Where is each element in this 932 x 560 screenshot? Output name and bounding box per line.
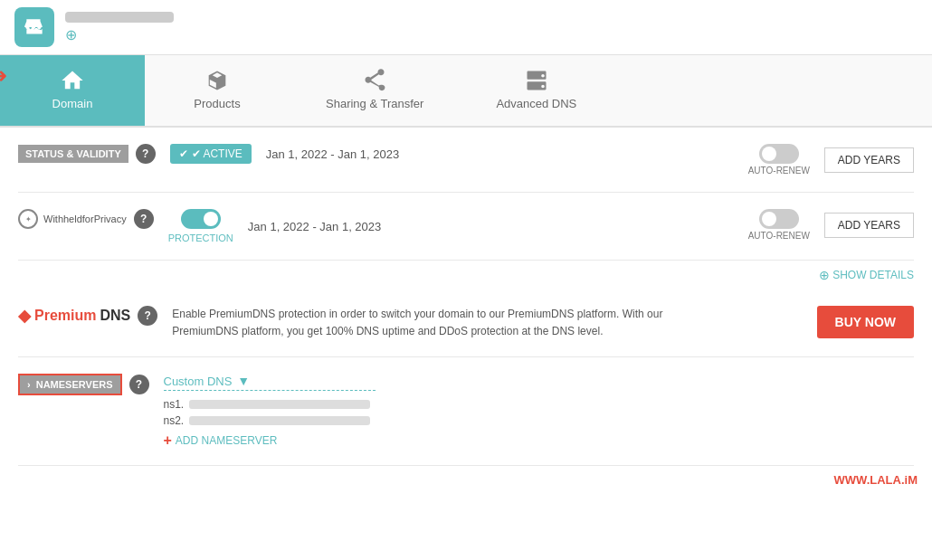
privacy-middle: PROTECTION Jan 1, 2022 - Jan 1, 2023 bbox=[168, 209, 734, 243]
share-icon bbox=[362, 68, 387, 93]
premium-help-btn[interactable]: ? bbox=[138, 306, 157, 326]
tab-products-label: Products bbox=[194, 97, 240, 110]
add-years-button[interactable]: ADD YEARS bbox=[824, 147, 914, 173]
tab-advanced-dns[interactable]: Advanced DNS bbox=[460, 55, 613, 126]
add-nameserver-btn[interactable]: + ADD NAMESERVER bbox=[164, 432, 376, 449]
tabs-container: ➜ Domain Products Sharing & Transfer Adv… bbox=[0, 55, 932, 128]
auto-renew-toggle-area: AUTO-RENEW bbox=[748, 144, 810, 176]
privacy-end: AUTO-RENEW ADD YEARS bbox=[748, 209, 914, 241]
ns1-label: ns1. bbox=[164, 398, 185, 411]
nameservers-label: › NAMESERVERS bbox=[18, 374, 122, 395]
tab-domain-label: Domain bbox=[52, 97, 93, 110]
status-label: STATUS & VALIDITY bbox=[18, 145, 128, 163]
add-row[interactable]: ⊕ bbox=[65, 26, 174, 43]
privacy-auto-renew-toggle-area: AUTO-RENEW bbox=[748, 209, 810, 241]
dns-text: DNS bbox=[100, 308, 130, 324]
status-help-btn[interactable]: ? bbox=[136, 144, 156, 164]
privacy-row: ✦ WithheldforPrivacy ? PROTECTION Jan 1,… bbox=[18, 193, 914, 261]
diamond-icon: ◆ bbox=[18, 306, 31, 326]
custom-dns-dropdown[interactable]: Custom DNS ▼ bbox=[164, 374, 376, 391]
privacy-add-years-button[interactable]: ADD YEARS bbox=[824, 213, 914, 238]
show-details-area: ⊕ SHOW DETAILS bbox=[18, 261, 914, 289]
status-end: AUTO-RENEW ADD YEARS bbox=[748, 144, 914, 176]
auto-renew-toggle[interactable] bbox=[759, 144, 799, 164]
buy-now-area: BUY NOW bbox=[817, 306, 914, 338]
nameservers-content: Custom DNS ▼ ns1. ns2. + ADD NAMESERVER bbox=[164, 374, 376, 449]
ns1-value-blurred bbox=[189, 400, 370, 409]
box-icon bbox=[204, 68, 230, 93]
status-active-badge: ✔ ✔ ACTIVE bbox=[170, 144, 252, 164]
protection-toggle[interactable] bbox=[181, 209, 221, 229]
tab-products[interactable]: Products bbox=[145, 55, 290, 126]
chevron-down-icon: ⊕ bbox=[819, 268, 830, 282]
tab-advanced-dns-label: Advanced DNS bbox=[496, 97, 576, 110]
ns2-label: ns2. bbox=[164, 414, 185, 427]
status-date-range: Jan 1, 2022 - Jan 1, 2023 bbox=[266, 147, 399, 161]
domain-name bbox=[65, 12, 174, 23]
dns-icon bbox=[524, 68, 549, 93]
chevron-right-icon: › bbox=[27, 379, 31, 390]
home-icon bbox=[60, 68, 85, 93]
privacy-label-area: ✦ WithheldforPrivacy ? bbox=[18, 209, 154, 229]
plus-icon: + bbox=[164, 432, 172, 449]
checkmark-icon: ✔ bbox=[179, 147, 188, 160]
store-icon bbox=[14, 7, 54, 47]
premium-dns-row: ◆ PremiumDNS ? Enable PremiumDNS protect… bbox=[18, 289, 914, 357]
privacy-auto-renew-label: AUTO-RENEW bbox=[748, 231, 810, 241]
premium-dns-brand: ◆ PremiumDNS bbox=[18, 306, 130, 326]
footer-watermark: WWW.LALA.iM bbox=[0, 466, 932, 494]
premium-text: Premium bbox=[34, 308, 96, 324]
buy-now-button[interactable]: BUY NOW bbox=[817, 306, 914, 338]
privacy-date-range: Jan 1, 2022 - Jan 1, 2023 bbox=[248, 220, 381, 233]
privacy-name: WithheldforPrivacy bbox=[43, 214, 127, 224]
nameservers-help-btn[interactable]: ? bbox=[129, 375, 149, 394]
main-content: STATUS & VALIDITY ? ✔ ✔ ACTIVE Jan 1, 20… bbox=[0, 128, 932, 466]
ns2-value-blurred bbox=[189, 416, 370, 425]
privacy-help-btn[interactable]: ? bbox=[134, 209, 154, 229]
nameservers-label-area: › NAMESERVERS ? bbox=[18, 374, 149, 395]
arrow-indicator: ➜ bbox=[0, 64, 7, 88]
ns2-row: ns2. bbox=[164, 414, 376, 427]
auto-renew-label: AUTO-RENEW bbox=[748, 166, 810, 176]
ns-inputs: ns1. ns2. bbox=[164, 398, 376, 427]
header-info: ⊕ bbox=[65, 12, 174, 43]
protection-label: PROTECTION bbox=[168, 233, 233, 243]
privacy-auto-renew-toggle[interactable] bbox=[759, 209, 799, 229]
nameservers-row: › NAMESERVERS ? Custom DNS ▼ ns1. ns2. bbox=[18, 357, 914, 466]
protection-toggle-area: PROTECTION bbox=[168, 209, 233, 243]
tab-sharing-label: Sharing & Transfer bbox=[326, 97, 423, 110]
status-validity-row: STATUS & VALIDITY ? ✔ ✔ ACTIVE Jan 1, 20… bbox=[18, 128, 914, 193]
dropdown-arrow-icon: ▼ bbox=[237, 374, 250, 388]
premium-dns-label-area: ◆ PremiumDNS ? bbox=[18, 306, 157, 326]
status-middle: ✔ ✔ ACTIVE Jan 1, 2022 - Jan 1, 2023 bbox=[170, 144, 734, 164]
tab-sharing[interactable]: Sharing & Transfer bbox=[290, 55, 460, 126]
top-header: ⊕ bbox=[0, 0, 932, 55]
premium-desc-area: Enable PremiumDNS protection in order to… bbox=[172, 306, 784, 340]
show-details-btn[interactable]: ⊕ SHOW DETAILS bbox=[819, 268, 914, 282]
ns1-row: ns1. bbox=[164, 398, 376, 411]
privacy-brand: ✦ WithheldforPrivacy bbox=[18, 209, 127, 229]
premium-description: Enable PremiumDNS protection in order to… bbox=[172, 306, 715, 340]
privacy-dots-icon: ✦ bbox=[18, 209, 38, 229]
status-label-area: STATUS & VALIDITY ? bbox=[18, 144, 156, 164]
tab-domain[interactable]: ➜ Domain bbox=[0, 55, 145, 126]
